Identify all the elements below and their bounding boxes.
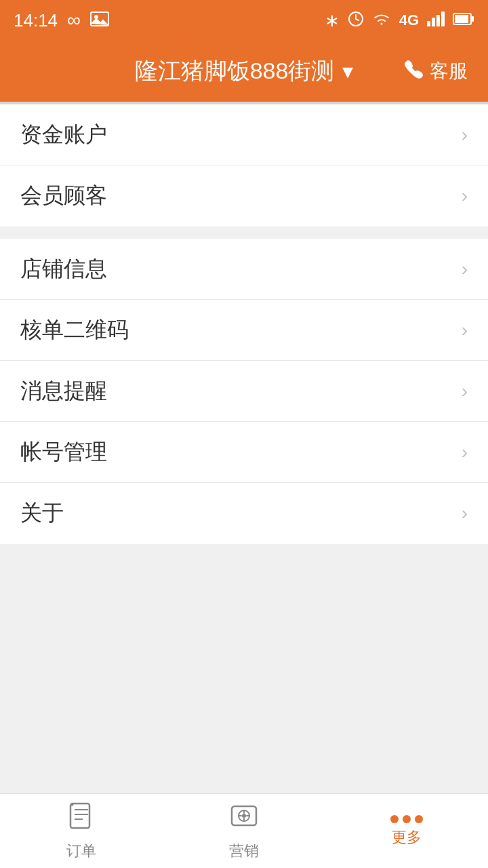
menu-item-notifications[interactable]: 消息提醒 ›: [0, 361, 488, 422]
more-dots-icon: [390, 815, 423, 823]
clock-icon: [348, 11, 364, 30]
svg-rect-6: [441, 12, 445, 26]
members-label: 会员顾客: [20, 181, 107, 211]
tab-orders[interactable]: 订单: [0, 801, 163, 861]
menu-group-2: 店铺信息 › 核单二维码 › 消息提醒 › 帐号管理 › 关于 ›: [0, 239, 488, 544]
header-title-area[interactable]: 隆江猪脚饭888街测 ▾: [135, 56, 354, 87]
more-tab-label: 更多: [392, 827, 422, 848]
menu-item-account[interactable]: 帐号管理 ›: [0, 422, 488, 483]
menu-item-funds[interactable]: 资金账户 ›: [0, 104, 488, 165]
menu-item-members[interactable]: 会员顾客 ›: [0, 165, 488, 226]
funds-label: 资金账户: [20, 120, 107, 150]
svg-rect-10: [70, 804, 89, 828]
menu-group-separator: [0, 226, 488, 239]
svg-point-16: [242, 814, 246, 818]
notifications-label: 消息提醒: [20, 376, 107, 406]
infinity-icon: ∞: [67, 9, 81, 31]
account-label: 帐号管理: [20, 437, 107, 467]
qrcode-label: 核单二维码: [20, 315, 129, 345]
svg-rect-9: [472, 16, 474, 22]
dropdown-chevron-icon[interactable]: ▾: [342, 58, 353, 84]
status-left: 14:14 ∞: [14, 9, 109, 31]
account-arrow-icon: ›: [462, 441, 468, 463]
tab-bar: 订单 营销 更多: [0, 793, 488, 868]
menu-item-about[interactable]: 关于 ›: [0, 483, 488, 544]
svg-rect-5: [436, 15, 440, 26]
about-label: 关于: [20, 498, 64, 528]
shopinfo-label: 店铺信息: [20, 254, 107, 284]
about-arrow-icon: ›: [462, 502, 468, 524]
content-area: 资金账户 › 会员顾客 › 店铺信息 › 核单二维码 › 消息提醒 › 帐号管理…: [0, 104, 488, 868]
restaurant-name: 隆江猪脚饭888街测: [135, 56, 335, 87]
svg-rect-4: [432, 18, 435, 26]
image-icon: [90, 10, 109, 31]
service-label: 客服: [430, 58, 468, 84]
customer-service-button[interactable]: 客服: [404, 58, 468, 84]
marketing-tab-label: 营销: [229, 841, 259, 861]
menu-item-qrcode[interactable]: 核单二维码 ›: [0, 300, 488, 361]
empty-area: [0, 544, 488, 829]
tab-more[interactable]: 更多: [325, 815, 488, 848]
members-arrow-icon: ›: [462, 185, 468, 207]
funds-arrow-icon: ›: [462, 124, 468, 146]
signal-icon: 4G: [399, 12, 419, 29]
time-display: 14:14: [14, 10, 58, 31]
svg-rect-8: [455, 15, 468, 23]
dot-1: [390, 815, 399, 823]
status-bar: 14:14 ∞ ∗ 4G: [0, 0, 488, 41]
shopinfo-arrow-icon: ›: [462, 258, 468, 280]
battery-icon: [453, 13, 474, 28]
marketing-icon: [229, 801, 259, 837]
dot-2: [403, 815, 411, 823]
status-right: ∗ 4G: [325, 10, 474, 31]
phone-icon: [404, 59, 424, 84]
menu-item-shopinfo[interactable]: 店铺信息 ›: [0, 239, 488, 300]
orders-icon: [66, 801, 96, 837]
tab-marketing[interactable]: 营销: [163, 801, 325, 861]
orders-tab-label: 订单: [66, 841, 96, 861]
app-header: 隆江猪脚饭888街测 ▾ 客服: [0, 41, 488, 102]
network-bars-icon: [427, 12, 445, 29]
dot-3: [415, 815, 423, 823]
wifi-icon: [372, 12, 391, 29]
svg-rect-3: [427, 21, 430, 26]
menu-group-1: 资金账户 › 会员顾客 ›: [0, 104, 488, 226]
notifications-arrow-icon: ›: [462, 380, 468, 402]
bluetooth-icon: ∗: [325, 10, 340, 31]
qrcode-arrow-icon: ›: [462, 319, 468, 341]
